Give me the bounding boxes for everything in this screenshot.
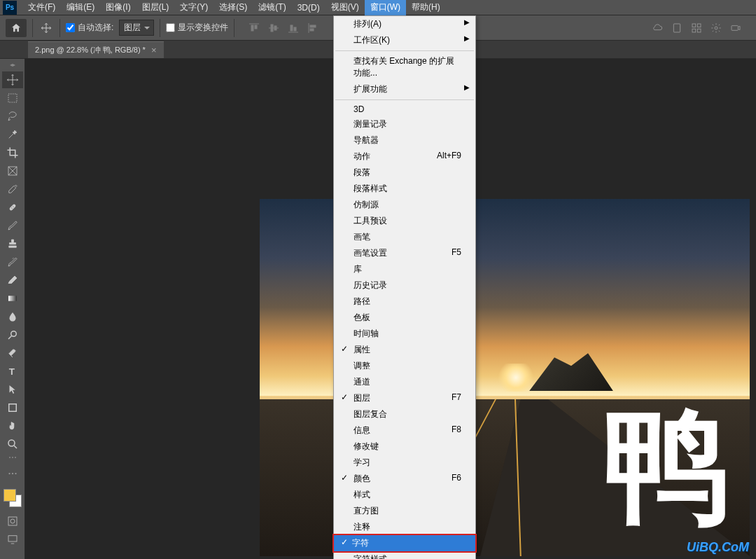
collapse-icon[interactable]: ◂▸ bbox=[6, 62, 19, 67]
edit-toolbar-icon[interactable] bbox=[2, 465, 23, 482]
show-transform-input[interactable] bbox=[166, 23, 175, 32]
type-tool[interactable]: T bbox=[2, 363, 23, 380]
menu-view[interactable]: 视图(V) bbox=[326, 0, 365, 15]
stamp-tool[interactable] bbox=[2, 235, 23, 252]
auto-select-checkbox[interactable]: 自动选择: bbox=[66, 22, 113, 34]
gear-icon[interactable] bbox=[710, 22, 722, 34]
align-top-icon[interactable] bbox=[246, 20, 262, 36]
menu-item-导航器[interactable]: 导航器 bbox=[334, 132, 475, 149]
svg-rect-15 bbox=[692, 29, 696, 32]
menu-item-测量记录[interactable]: 测量记录 bbox=[334, 116, 475, 132]
menu-item-历史记录[interactable]: 历史记录 bbox=[334, 277, 475, 294]
doc-icon[interactable] bbox=[671, 22, 683, 34]
menu-item-3D[interactable]: 3D bbox=[334, 102, 475, 116]
menu-item-注释[interactable]: 注释 bbox=[334, 519, 475, 535]
menu-item-段落样式[interactable]: 段落样式 bbox=[334, 181, 475, 197]
menu-item-label: 扩展功能 bbox=[354, 83, 387, 95]
menu-item-字符[interactable]: ✓字符 bbox=[332, 534, 477, 553]
menu-item-label: 段落 bbox=[354, 167, 370, 179]
text-layer[interactable]: 鸭 bbox=[603, 402, 729, 528]
camera-icon[interactable] bbox=[729, 22, 742, 34]
menu-item-属性[interactable]: ✓属性 bbox=[334, 342, 475, 358]
blur-tool[interactable] bbox=[2, 308, 23, 325]
menu-image[interactable]: 图像(I) bbox=[100, 0, 136, 15]
gradient-tool[interactable] bbox=[2, 290, 23, 307]
show-transform-checkbox[interactable]: 显示变换控件 bbox=[166, 22, 228, 34]
move-tool-icon[interactable]: ▾ bbox=[38, 20, 54, 36]
menu-file[interactable]: 文件(F) bbox=[22, 0, 61, 15]
align-bottom-icon[interactable] bbox=[285, 20, 302, 36]
history-brush-tool[interactable] bbox=[2, 254, 23, 270]
color-swatches[interactable] bbox=[4, 489, 22, 507]
menu-item-色板[interactable]: 色板 bbox=[334, 310, 475, 326]
align-vcenter-icon[interactable] bbox=[265, 20, 282, 36]
menu-item-调整[interactable]: 调整 bbox=[334, 358, 475, 374]
frame-tool[interactable] bbox=[2, 163, 23, 179]
lasso-tool[interactable] bbox=[2, 108, 23, 125]
menu-select[interactable]: 选择(S) bbox=[214, 0, 253, 15]
menu-edit[interactable]: 编辑(E) bbox=[61, 0, 100, 15]
menu-item-工具预设[interactable]: 工具预设 bbox=[334, 213, 475, 229]
wand-tool[interactable] bbox=[2, 126, 23, 143]
submenu-arrow-icon: ▶ bbox=[464, 18, 470, 26]
menu-item-路径[interactable]: 路径 bbox=[334, 294, 475, 310]
document-tab[interactable]: 2.png @ 22.8% (冲 鸭, RGB/8) * × bbox=[28, 41, 164, 58]
menu-item-动作[interactable]: 动作Alt+F9 bbox=[334, 149, 475, 165]
menu-item-库[interactable]: 库 bbox=[334, 261, 475, 277]
fg-swatch[interactable] bbox=[4, 489, 16, 502]
menu-item-学习[interactable]: 学习 bbox=[334, 455, 475, 471]
hand-tool[interactable] bbox=[2, 417, 23, 434]
menu-item-通道[interactable]: 通道 bbox=[334, 374, 475, 390]
menu-item-图层[interactable]: ✓图层F7 bbox=[334, 390, 475, 406]
auto-select-input[interactable] bbox=[66, 23, 75, 32]
menu-item-直方图[interactable]: 直方图 bbox=[334, 503, 475, 519]
menu-item-排列(A)[interactable]: 排列(A)▶ bbox=[334, 16, 475, 32]
menu-item-颜色[interactable]: ✓颜色F6 bbox=[334, 471, 475, 487]
heal-tool[interactable] bbox=[2, 199, 23, 216]
menu-3d[interactable]: 3D(D) bbox=[292, 1, 326, 15]
menu-window[interactable]: 窗口(W) bbox=[365, 0, 406, 15]
align-left-icon[interactable] bbox=[304, 20, 321, 36]
eyedropper-tool[interactable] bbox=[2, 181, 23, 198]
quickmask-tool[interactable] bbox=[2, 513, 23, 530]
menu-item-仿制源[interactable]: 仿制源 bbox=[334, 197, 475, 213]
menu-item-扩展功能[interactable]: 扩展功能▶ bbox=[334, 81, 475, 97]
menu-layer[interactable]: 图层(L) bbox=[136, 0, 175, 15]
home-button[interactable] bbox=[6, 19, 27, 37]
eraser-tool[interactable] bbox=[2, 272, 23, 289]
pen-tool[interactable] bbox=[2, 345, 23, 361]
close-icon[interactable]: × bbox=[151, 45, 157, 55]
grid-icon[interactable] bbox=[690, 22, 703, 34]
menu-item-信息[interactable]: 信息F8 bbox=[334, 422, 475, 439]
crop-tool[interactable] bbox=[2, 144, 23, 161]
menu-item-图层复合[interactable]: 图层复合 bbox=[334, 406, 475, 422]
menu-item-修改键[interactable]: 修改键 bbox=[334, 439, 475, 455]
svg-point-36 bbox=[15, 473, 16, 474]
menu-help[interactable]: 帮助(H) bbox=[406, 0, 446, 15]
cloud-icon[interactable] bbox=[651, 22, 664, 34]
menu-item-字符样式[interactable]: 字符样式 bbox=[334, 551, 475, 559]
screenmode-tool[interactable] bbox=[2, 531, 23, 548]
brush-tool[interactable] bbox=[2, 217, 23, 234]
menu-item-画笔[interactable]: 画笔 bbox=[334, 229, 475, 245]
menu-item-查找有关 Exchange 的扩展功能...[interactable]: 查找有关 Exchange 的扩展功能... bbox=[334, 53, 475, 81]
dodge-tool[interactable] bbox=[2, 326, 23, 343]
menu-item-样式[interactable]: 样式 bbox=[334, 487, 475, 503]
tool-more-icon[interactable] bbox=[7, 457, 18, 461]
shape-tool[interactable] bbox=[2, 399, 23, 416]
menu-type[interactable]: 文字(Y) bbox=[174, 0, 214, 15]
menu-filter[interactable]: 滤镜(T) bbox=[253, 0, 291, 15]
menu-item-label: 库 bbox=[354, 263, 362, 275]
zoom-tool[interactable] bbox=[2, 436, 23, 453]
path-select-tool[interactable] bbox=[2, 381, 23, 398]
marquee-tool[interactable] bbox=[2, 90, 23, 106]
menu-item-工作区(K)[interactable]: 工作区(K)▶ bbox=[334, 32, 475, 48]
menu-item-段落[interactable]: 段落 bbox=[334, 165, 475, 181]
menu-item-时间轴[interactable]: 时间轴 bbox=[334, 326, 475, 342]
menu-item-画笔设置[interactable]: 画笔设置F5 bbox=[334, 245, 475, 261]
move-tool[interactable] bbox=[2, 71, 23, 88]
right-icon-group bbox=[651, 22, 742, 34]
menu-item-label: 图层复合 bbox=[354, 408, 387, 420]
auto-select-combo[interactable]: 图层 bbox=[119, 20, 154, 36]
check-icon: ✓ bbox=[341, 537, 348, 547]
